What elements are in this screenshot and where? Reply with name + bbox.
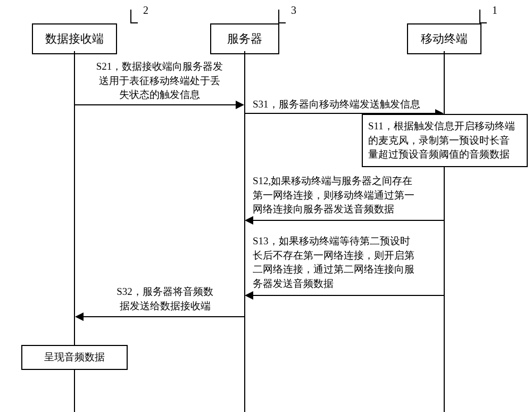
actor-number-receiver: 2	[143, 4, 148, 17]
arrow-s32	[84, 316, 244, 317]
arrow-s12	[253, 220, 444, 221]
actor-receiver: 数据接收端	[32, 23, 117, 54]
bracket-line	[278, 10, 286, 23]
actor-number-terminal: 1	[492, 4, 497, 17]
arrow-head	[236, 101, 244, 109]
actor-receiver-label: 数据接收端	[45, 32, 104, 45]
arrow-s21	[75, 104, 236, 105]
actor-number-server: 3	[291, 4, 296, 17]
bracket-line	[479, 10, 487, 23]
message-s32: S32，服务器将音频数 据发送给数据接收端	[96, 285, 234, 313]
message-s31: S31，服务器向移动终端发送触发信息	[253, 97, 444, 112]
activation-s11: S11，根据触发信息开启移动终端 的麦克风，录制第一预设时长音 量超过预设音频阈…	[362, 114, 528, 167]
bracket-line	[130, 10, 138, 23]
message-s12: S12,如果移动终端与服务器之间存在 第一网络连接，则移动终端通过第一 网络连接…	[253, 174, 444, 217]
final-box-text: 呈现音频数据	[44, 351, 105, 362]
actor-terminal-label: 移动终端	[421, 32, 468, 45]
final-box: 呈现音频数据	[21, 345, 128, 370]
arrow-s13	[253, 295, 444, 296]
message-s21: S21，数据接收端向服务器发 送用于表征移动终端处于丢 失状态的触发信息	[80, 60, 239, 102]
actor-terminal: 移动终端	[407, 23, 481, 54]
lifeline-server	[244, 51, 245, 412]
activation-s11-text: S11，根据触发信息开启移动终端 的麦克风，录制第一预设时长音 量超过预设音频阈…	[368, 120, 515, 160]
arrow-head	[75, 312, 84, 321]
actor-server: 服务器	[210, 23, 279, 54]
actor-server-label: 服务器	[227, 32, 262, 45]
arrow-head	[245, 216, 253, 225]
arrow-head	[245, 291, 253, 300]
message-s13: S13，如果移动终端等待第二预设时 长后不存在第一网络连接，则开启第 二网络连接…	[253, 234, 444, 291]
